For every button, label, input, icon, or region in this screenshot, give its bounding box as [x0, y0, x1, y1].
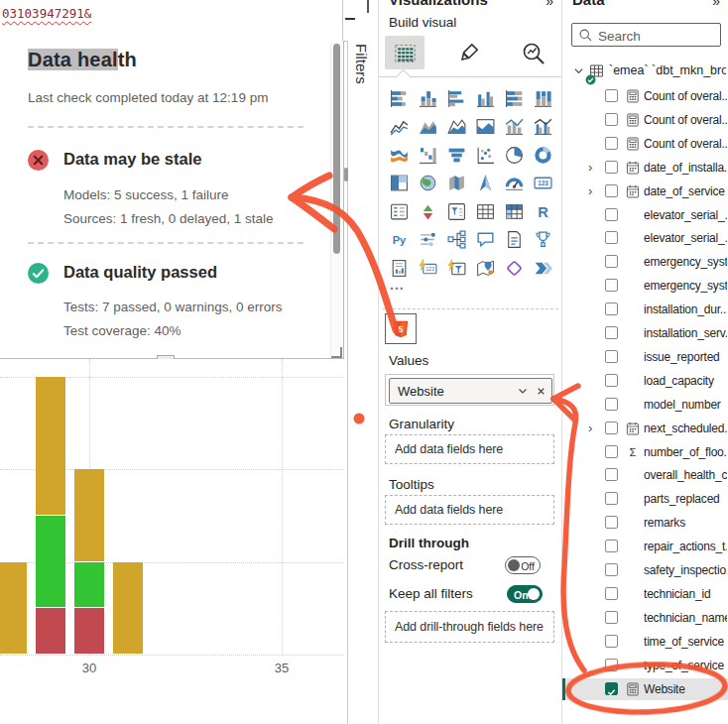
- field-row-load_capacity[interactable]: load_capacity: [562, 370, 728, 392]
- azure-map-icon[interactable]: [471, 170, 500, 198]
- map-icon[interactable]: [414, 170, 442, 198]
- field-checkbox[interactable]: [605, 302, 618, 315]
- qna-icon[interactable]: [471, 226, 500, 255]
- field-row-time_of_service[interactable]: time_of_service: [562, 631, 728, 653]
- bar-segment-top-segment-gold[interactable]: [0, 562, 27, 655]
- table-icon[interactable]: [471, 197, 500, 226]
- kpi-icon[interactable]: [414, 197, 442, 226]
- key-influencers-icon[interactable]: [414, 226, 442, 255]
- field-checkbox[interactable]: [605, 208, 618, 221]
- field-checkbox[interactable]: [605, 563, 618, 576]
- field-row-installation_serv[interactable]: installation_serv...: [562, 322, 728, 344]
- smart-narrative-icon[interactable]: [500, 226, 529, 255]
- ribbon-chart-icon[interactable]: [385, 141, 414, 170]
- waterfall-chart-icon[interactable]: [414, 141, 442, 170]
- card-icon[interactable]: 123: [529, 170, 557, 198]
- minimize-icon[interactable]: [345, 18, 355, 20]
- granularity-field-well[interactable]: Add data fields here: [385, 434, 554, 464]
- table-tree-root[interactable]: `emea` `dbt_mkn_bron...: [562, 60, 728, 82]
- field-row-installation_dur[interactable]: installation_dur...: [562, 299, 728, 320]
- cross-report-toggle[interactable]: Off: [505, 556, 541, 574]
- filters-pane-collapsed[interactable]: Filters: [347, 41, 379, 724]
- collapse-pane-icon[interactable]: »: [712, 0, 720, 9]
- field-checkbox[interactable]: [605, 231, 618, 244]
- metrics-icon[interactable]: [529, 226, 557, 255]
- line-and-stacked-column-chart-icon[interactable]: [500, 113, 529, 142]
- pie-chart-icon[interactable]: [500, 141, 529, 170]
- stacked-bar-chart-icon[interactable]: [385, 84, 414, 113]
- field-row-countofoveral[interactable]: Count of overal...: [562, 133, 728, 155]
- field-row-date_of_installa[interactable]: ›date_of_installa...: [562, 157, 728, 179]
- r-script-visual-icon[interactable]: R: [529, 197, 557, 226]
- field-checkbox[interactable]: [605, 468, 618, 481]
- field-checkbox[interactable]: [605, 374, 618, 387]
- 100-stacked-column-chart-icon[interactable]: [529, 84, 557, 113]
- more-visuals-button[interactable]: ...: [390, 277, 405, 293]
- power-automate-icon[interactable]: [529, 254, 557, 283]
- field-checkbox[interactable]: [605, 161, 618, 174]
- field-row-elevator_serial_[interactable]: elevator_serial_...: [562, 227, 728, 249]
- clustered-bar-chart-icon[interactable]: [442, 84, 471, 113]
- field-row-type_of_service[interactable]: type_of_service: [562, 655, 728, 676]
- python-visual-icon[interactable]: Py: [385, 226, 414, 255]
- pane-drag-handle[interactable]: [344, 168, 348, 181]
- field-checkbox[interactable]: [605, 587, 618, 600]
- chevron-down-icon[interactable]: [514, 382, 532, 400]
- field-checkbox[interactable]: [605, 445, 618, 458]
- field-checkbox[interactable]: [605, 635, 618, 648]
- field-row-website[interactable]: Website: [562, 678, 728, 700]
- field-checkbox[interactable]: [605, 113, 618, 126]
- html-content-visual-icon[interactable]: 5: [385, 313, 417, 344]
- search-box[interactable]: [571, 23, 721, 47]
- field-row-countofoveral[interactable]: Count of overal...: [562, 85, 728, 107]
- resize-corner[interactable]: [331, 347, 342, 358]
- matrix-icon[interactable]: [500, 197, 529, 226]
- field-checkbox[interactable]: [605, 682, 618, 695]
- bar-segment-top-segment-gold[interactable]: [113, 562, 143, 655]
- chevron-right-icon[interactable]: ›: [588, 422, 592, 435]
- collapse-pane-icon[interactable]: »: [546, 0, 553, 9]
- multi-row-card-icon[interactable]: [385, 197, 414, 226]
- treemap-icon[interactable]: [385, 170, 414, 198]
- chevron-expanded-icon[interactable]: [572, 63, 585, 81]
- bar-segment-top-segment-gold[interactable]: [36, 377, 65, 515]
- field-checkbox[interactable]: [605, 398, 618, 411]
- scrollbar-thumb[interactable]: [333, 44, 340, 254]
- stacked-area-chart-icon[interactable]: [442, 113, 471, 142]
- 100-stacked-bar-chart-icon[interactable]: [500, 84, 529, 113]
- line-chart-icon[interactable]: [385, 113, 414, 142]
- card-scrollbar[interactable]: [330, 42, 343, 356]
- chevron-right-icon[interactable]: ›: [588, 161, 592, 175]
- filled-map-icon[interactable]: [442, 170, 471, 198]
- field-checkbox[interactable]: [605, 184, 618, 197]
- line-and-clustered-column-chart-icon[interactable]: [529, 113, 557, 142]
- field-row-remarks[interactable]: remarks: [562, 512, 728, 534]
- field-row-technician_id[interactable]: technician_id: [562, 583, 728, 605]
- area-chart-icon[interactable]: [414, 113, 442, 142]
- field-checkbox[interactable]: [605, 659, 618, 671]
- stacked-column-chart-visual[interactable]: 3035: [0, 359, 347, 724]
- field-row-parts_replaced[interactable]: parts_replaced: [562, 488, 728, 510]
- field-checkbox[interactable]: [605, 516, 618, 529]
- field-checkbox[interactable]: [605, 137, 618, 150]
- tab-format-visual[interactable]: [449, 36, 489, 69]
- remove-field-icon[interactable]: [532, 382, 549, 400]
- field-checkbox[interactable]: [605, 89, 618, 102]
- field-checkbox[interactable]: [605, 422, 618, 434]
- decomposition-tree-icon[interactable]: [442, 226, 471, 255]
- card-new-icon[interactable]: 123: [414, 254, 442, 283]
- field-checkbox[interactable]: [605, 326, 618, 339]
- field-row-model_number[interactable]: model_number: [562, 394, 728, 416]
- field-checkbox[interactable]: [605, 279, 618, 292]
- field-row-date_of_service[interactable]: ›date_of_service: [562, 181, 728, 202]
- chevron-right-icon[interactable]: ›: [588, 184, 592, 198]
- search-input[interactable]: [596, 25, 719, 47]
- bar-segment-middle-segment-green[interactable]: [36, 516, 65, 608]
- bar-segment-top-segment-gold[interactable]: [74, 469, 104, 561]
- keep-all-filters-toggle[interactable]: On: [507, 585, 543, 603]
- field-row-countofoveral[interactable]: Count of overal...: [562, 109, 728, 131]
- field-checkbox[interactable]: [605, 611, 618, 624]
- field-row-emergency_syst[interactable]: emergency_syst...: [562, 275, 728, 297]
- field-row-technician_name[interactable]: technician_name: [562, 607, 728, 629]
- tooltips-field-well[interactable]: Add data fields here: [385, 495, 554, 525]
